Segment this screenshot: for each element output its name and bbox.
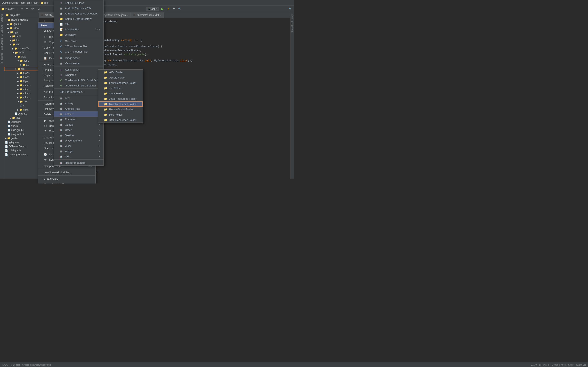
submenu-wear[interactable]: 🤖 Wear ▶ <box>54 143 104 149</box>
run-btn[interactable]: ▶ <box>160 7 165 11</box>
submenu-gradle-kotlin-settings[interactable]: G Gradle Kotlin DSL Settings <box>54 83 104 88</box>
submenu-scratch-file[interactable]: 📝 Scratch File ⇧⌘N <box>54 27 104 32</box>
tree-item-buildgradle[interactable]: 📄 build.gradle <box>4 128 39 132</box>
tree-item-e[interactable]: ▼ 📁 e.. <box>4 63 39 67</box>
menu-item-load-unload[interactable]: Load/Unload Modules... <box>38 170 95 175</box>
tree-item-values[interactable]: ▶ 📁 valu.. <box>4 108 39 112</box>
tree-item-com[interactable]: ▼ 📁 com.. <box>4 59 39 63</box>
tab-androidmanifest-xml[interactable]: ⬛ AndroidManifest.xml ✕ <box>131 12 164 18</box>
folder-submenu-res[interactable]: 📁 Res Folder <box>98 112 143 117</box>
tree-item-mipmap3[interactable]: ▶ 📁 mipm.. <box>4 91 39 95</box>
submenu-widget[interactable]: 🤖 Widget ▶ <box>54 149 104 154</box>
submenu-other[interactable]: 🤖 Other ▶ <box>54 127 104 133</box>
folder-submenu-xml-resources[interactable]: 📁 XML Resources Folder <box>98 117 143 123</box>
submenu-gradle-kotlin-build[interactable]: G Gradle Kotlin DSL Build Script <box>54 77 104 83</box>
menu-item-create-gist[interactable]: Create Gist... <box>38 176 95 181</box>
settings-btn[interactable]: ⚙ <box>20 7 24 11</box>
bc-app[interactable]: app <box>21 1 25 4</box>
folder-submenu-jni[interactable]: 📁 JNI Folder <box>98 85 143 91</box>
sidebar-content[interactable]: ▼ 📁 BGMusicDemo ▶ 📁 .gradle ▶ 📁 .idea ▼ … <box>4 18 39 179</box>
submenu-android-resource-file[interactable]: 🤖 Android Resource File <box>54 6 104 11</box>
submenu-activity[interactable]: 🤖 Activity ▶ <box>54 101 104 106</box>
tree-item-buildgradle2[interactable]: 📄 build.gradle <box>4 149 39 152</box>
tree-item-src[interactable]: ▼ 📁 src <box>4 42 39 47</box>
close-androidmanifest-xml[interactable]: ✕ <box>160 14 162 16</box>
bc-src[interactable]: src <box>27 1 30 4</box>
bc-res[interactable]: 📁 res <box>41 1 48 4</box>
submenu-sample-data-dir[interactable]: 📁 Sample Data Directory <box>54 16 104 21</box>
submenu-ui-component[interactable]: 🤖 UI Component ▶ <box>54 138 104 143</box>
submenu-image-asset[interactable]: 🤖 Image Asset <box>54 55 104 60</box>
submenu-google[interactable]: 🤖 Google ▶ <box>54 122 104 127</box>
search-btn[interactable]: 🔍 <box>287 7 293 11</box>
tree-item-androidtest[interactable]: ▶ 📁 androidTe.. <box>4 47 39 50</box>
submenu-aidl[interactable]: 🤖 AIDL ▶ <box>54 95 104 101</box>
close-myintentservice-java[interactable]: ✕ <box>127 14 129 16</box>
bc-project[interactable]: BGMusicDemo <box>2 1 18 4</box>
tree-item-proguard[interactable]: 📄 proguard-ru.. <box>4 132 39 136</box>
submenu-file[interactable]: 📄 File <box>54 21 104 27</box>
tree-item-gitignore2[interactable]: 📄 .gitignore <box>4 140 39 144</box>
submenu-cpp-source[interactable]: C C/C++ Source File <box>54 44 104 49</box>
submenu-edit-templates[interactable]: Edit File Templates... <box>54 89 104 94</box>
tree-item-build[interactable]: ▶ 📁 build <box>4 34 39 38</box>
coverage-btn[interactable]: ☂ <box>172 7 176 11</box>
sync-btn[interactable]: ⟳ <box>25 7 29 11</box>
tree-item-java[interactable]: ▼ 📁 java <box>4 55 39 59</box>
folder-submenu-java-resources[interactable]: 📁 Java Resources Folder <box>98 96 143 101</box>
submenu-xml[interactable]: 🤖 XML ▶ <box>54 154 104 159</box>
tree-item-gitignore[interactable]: 📄 .gitignore <box>4 120 39 124</box>
tree-item-layout[interactable]: ▶ 📁 layo.. <box>4 79 39 83</box>
tree-item-libs[interactable]: ▶ 📁 libs <box>4 38 39 42</box>
config-btn[interactable]: ⚙▾ <box>30 7 36 11</box>
submenu-kotlin-class[interactable]: K Kotlin File/Class <box>54 0 104 6</box>
tree-item-res[interactable]: ▼ 📁 res <box>4 67 39 71</box>
folder-submenu-java[interactable]: 📁 Java Folder <box>98 91 143 96</box>
menu-item-convert-webp[interactable]: Convert to WebP... <box>38 181 95 184</box>
submenu-kotlin-script[interactable]: K Kotlin Script <box>54 67 104 72</box>
tree-item-mipmap1[interactable]: ▶ 📁 mipm.. <box>4 83 39 87</box>
debug-btn[interactable]: ⚡ <box>165 7 171 11</box>
tree-item-idea[interactable]: ▶ 📁 .idea <box>4 26 39 30</box>
tree-item-t[interactable]: 🎵 t.. <box>4 104 39 108</box>
profile-btn[interactable]: 🔍 <box>177 7 182 11</box>
tree-item-androidmanifest[interactable]: 📄 Androi.. <box>4 112 39 116</box>
submenu-singleton[interactable]: K Singleton <box>54 72 104 77</box>
submenu-service[interactable]: 🤖 Service ▶ <box>54 133 104 138</box>
tree-item-raw[interactable]: ▼ 📁 raw <box>4 100 39 104</box>
folder-submenu-font[interactable]: 📁 Font Resources Folder <box>98 80 143 85</box>
submenu-folder[interactable]: 🤖 Folder ▶ <box>54 111 104 117</box>
tree-item-appiml[interactable]: 📄 app.iml <box>4 124 39 128</box>
bc-main[interactable]: main <box>33 1 38 4</box>
tree-item-gradle-root[interactable]: ▶ 📁 gradle <box>4 136 39 140</box>
submenu-resource-bundle[interactable]: 🤖 Resource Bundle <box>54 160 104 165</box>
tree-item-app[interactable]: ▼ 📁 app <box>4 30 39 34</box>
submenu-android-auto[interactable]: 🤖 Android Auto ▶ <box>54 106 104 111</box>
captures-tab[interactable]: Captures <box>0 13 4 24</box>
submenu-directory[interactable]: 📁 Directory <box>54 32 104 37</box>
tree-item-bgmusicdemo[interactable]: ▼ 📁 BGMusicDemo <box>4 18 39 22</box>
tree-item-mipmap2[interactable]: ▶ 📁 mipm.. <box>4 87 39 91</box>
tree-item-draw2[interactable]: ▶ 📁 draw.. <box>4 75 39 79</box>
tree-item-gradle[interactable]: ▶ 📁 .gradle <box>4 22 39 26</box>
submenu-vector-asset[interactable]: 🤖 Vector Asset <box>54 60 104 66</box>
tree-item-gradleprop[interactable]: 📄 gradle.propertie.. <box>4 152 39 157</box>
folder-submenu-renderscript[interactable]: 📁 RenderScript Folder <box>98 107 143 112</box>
app-selector[interactable]: 📱 app ▾ <box>146 7 159 11</box>
tree-item-test[interactable]: ▶ 📁 test <box>4 116 39 120</box>
build-variants-tab[interactable]: Build Variants <box>0 37 4 52</box>
tree-item-main[interactable]: ▼ 📁 main <box>4 50 39 55</box>
structure-tab[interactable]: 2: Structure <box>0 24 4 37</box>
tree-item-draw1[interactable]: ▶ 📁 draw.. <box>4 71 39 75</box>
folder-submenu-assets[interactable]: 📁 Assets Folder <box>98 75 143 80</box>
submenu-cpp-header[interactable]: C C/C++ Header File <box>54 49 104 54</box>
tree-item-mipmap4[interactable]: ▶ 📁 mipm.. <box>4 95 39 100</box>
tree-item-bgmusicdemo-iml[interactable]: 📄 BGMusicDemo.i.. <box>4 144 39 149</box>
submenu-android-resource-dir[interactable]: 🤖 Android Resource Directory <box>54 11 104 16</box>
folder-submenu-aidl[interactable]: 📁 AIDL Folder <box>98 69 143 75</box>
device-file-explorer-tab[interactable]: Device File Explorer <box>290 13 294 34</box>
submenu-cpp-class[interactable]: C C++ Class <box>54 38 104 44</box>
collapse-btn[interactable]: ⊟ <box>36 7 41 11</box>
favorites-tab[interactable]: 2: Favorites <box>0 52 4 65</box>
submenu-fragment[interactable]: 🤖 Fragment ▶ <box>54 117 104 122</box>
